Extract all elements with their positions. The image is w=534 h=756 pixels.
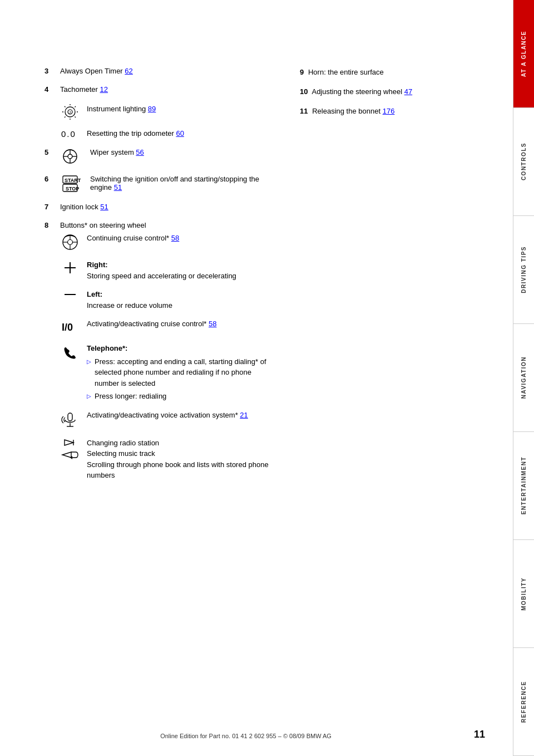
telephone-row: Telephone*: ▷ Press: accepting and endin… [60,343,278,402]
entry-11-num: 11 [300,107,308,115]
entry-3-ref[interactable]: 62 [125,67,132,75]
left-label: Left: [87,290,102,298]
entry-4: 4 Tachometer 12 [44,85,278,94]
entry-5-content: Wiper system 56 [90,148,278,156]
wiper-icon-box [60,148,80,165]
entry-4-ref[interactable]: 12 [100,85,108,94]
sidebar-mobility[interactable]: MOBILITY [513,540,534,648]
voice-row: Activating/deactivating voice activation… [60,410,278,430]
trip-odometer-ref[interactable]: 60 [176,129,184,138]
io-ref[interactable]: 58 [209,320,216,328]
sidebar-driving-tips-label: DRIVING TIPS [521,246,527,293]
entry-5-num: 5 [44,148,55,156]
footer-text: Online Edition for Part no. 01 41 2 602 … [160,733,332,739]
right-label: Right: [87,261,108,269]
radio-line3: Scrolling through phone book and lists w… [87,460,269,480]
entry-10-num: 10 [300,87,308,96]
start-stop-icon-box: START STOP [60,175,80,193]
main-content: 3 Always Open Timer 62 4 Tachometer 12 [0,0,534,756]
trip-odometer-icon-box: 0.0 [60,128,80,140]
instrument-lighting-text: Instrument lighting [87,105,146,113]
radio-row: Changing radio station Selecting music t… [60,438,278,481]
svg-line-8 [75,106,76,107]
plus-icon-row: Right: Storing speed and accelerating or… [60,259,278,281]
sidebar-at-a-glance-label: AT A GLANCE [521,31,527,77]
entry-5-text: Wiper system [90,148,134,156]
instrument-lighting-icon: J [60,104,80,120]
entry-4-text: Tachometer [60,85,98,94]
trip-odometer-text: Resetting the trip odometer [87,129,174,138]
io-desc: Activating/deactivating cruise control* … [87,318,216,330]
sidebar-reference-label: REFERENCE [521,681,527,723]
entry-7: 7 Ignition lock 51 [44,203,278,211]
plus-icon-box [60,259,80,276]
svg-point-13 [68,154,72,159]
entry-6: 6 START STOP Switching the ignition on/o… [44,175,278,193]
sidebar-navigation[interactable]: NAVIGATION [513,324,534,432]
svg-marker-37 [62,452,71,458]
io-icon-box: I/0 [60,318,80,335]
svg-line-7 [75,117,76,118]
telephone-desc: Telephone*: ▷ Press: accepting and endin… [87,343,278,402]
svg-text:START: START [65,178,81,183]
telephone-bullet-1-text: Press: accepting and ending a call, star… [95,356,278,389]
svg-text:I/0: I/0 [62,322,73,333]
voice-desc: Activating/deactivating voice activation… [87,410,248,421]
bullet-arrow-1: ▷ [87,357,91,366]
radio-icons-box [60,438,80,460]
entry-9-num: 9 [300,68,304,76]
minus-icon-row: Left: Increase or reduce volume [60,289,278,311]
cruise-control-text: Continuing cruise control* [87,234,169,242]
sidebar-entertainment-label: ENTERTAINMENT [521,456,527,514]
svg-text:J: J [68,110,71,115]
instrument-lighting-ref[interactable]: 89 [148,105,156,113]
radio-forward-icon [60,438,80,448]
voice-ref[interactable]: 21 [240,411,248,419]
sidebar-mobility-label: MOBILITY [521,577,527,611]
entry-4-num: 4 [44,85,55,94]
telephone-bullet-2-text: Press longer: redialing [95,391,166,402]
sidebar: AT A GLANCE CONTROLS DRIVING TIPS NAVIGA… [513,0,534,756]
entry-7-num: 7 [44,203,55,211]
entry-11-ref[interactable]: 176 [383,107,395,115]
right-entry-10: 10 Adjusting the steering wheel 47 [300,86,491,98]
trip-odometer-desc: Resetting the trip odometer 60 [87,128,184,139]
sidebar-entertainment[interactable]: ENTERTAINMENT [513,432,534,540]
telephone-bullet-1: ▷ Press: accepting and ending a call, st… [87,356,278,389]
sidebar-navigation-label: NAVIGATION [521,356,527,399]
entry-5-ref[interactable]: 56 [136,148,144,156]
entry-4-content: Tachometer 12 [60,85,278,94]
entry-8-content: Buttons* on steering wheel [60,221,278,229]
io-icon: I/0 [60,318,80,335]
left-column: 3 Always Open Timer 62 4 Tachometer 12 [44,67,278,489]
entry-8-num: 8 [44,221,55,229]
entry-6-content: Switching the ignition on/off and starti… [90,175,278,192]
entry-3: 3 Always Open Timer 62 [44,67,278,75]
entry-8: 8 Buttons* on steering wheel [44,221,278,229]
entry-10-text: Adjusting the steering wheel [312,87,402,96]
svg-marker-35 [65,440,73,445]
entry-7-content: Ignition lock 51 [60,203,278,211]
sidebar-controls[interactable]: CONTROLS [513,108,534,216]
right-column: 9 Horn: the entire surface 10 Adjusting … [300,67,491,489]
minus-icon-box [60,289,80,300]
entry-10-ref[interactable]: 47 [404,87,412,96]
sidebar-controls-label: CONTROLS [521,143,527,180]
telephone-icon-box [60,343,80,363]
entry-7-ref[interactable]: 51 [100,203,108,211]
minus-icon [60,289,80,300]
entry-3-num: 3 [44,67,55,75]
plus-desc: Right: Storing speed and accelerating or… [87,259,236,281]
trip-odometer-icon: 0.0 [60,128,80,140]
telephone-icon [60,343,80,363]
radio-line2: Selecting music track [87,449,155,458]
sidebar-reference[interactable]: REFERENCE [513,648,534,756]
svg-point-23 [68,240,73,245]
sidebar-at-a-glance[interactable]: AT A GLANCE [513,0,534,108]
sidebar-driving-tips[interactable]: DRIVING TIPS [513,216,534,324]
entry-6-ref[interactable]: 51 [114,183,122,192]
svg-line-6 [65,106,66,107]
start-stop-icon: START STOP [61,175,80,193]
cruise-control-ref[interactable]: 58 [171,234,179,242]
cruise-control-row: Continuing cruise control* 58 [60,233,278,252]
